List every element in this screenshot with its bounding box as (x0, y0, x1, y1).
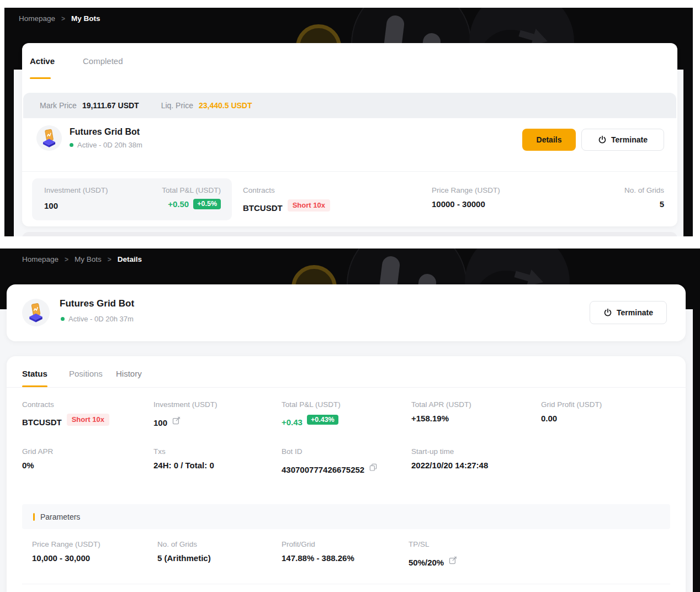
active-tab-underline (22, 385, 47, 387)
terminate-button[interactable]: Terminate (581, 129, 664, 151)
stat-contracts: Contracts BTCUSDT Short 10x (22, 400, 109, 427)
contracts-label: Contracts (243, 186, 330, 194)
price-bar: Mark Price 19,111.67 USDT Liq. Price 23,… (23, 93, 676, 118)
edit-tpsl-icon[interactable] (448, 556, 458, 565)
param-grids: No. of Grids 5 (Arithmetic) (157, 540, 211, 563)
page: Homepage > My Bots Active Completed Mark… (0, 0, 700, 592)
bot-avatar (36, 125, 62, 151)
mark-price-value: 19,111.67 USDT (82, 101, 139, 110)
investment-label: Investment (USDT) (153, 400, 218, 409)
my-bots-card: Active Completed Mark Price 19,111.67 US… (22, 43, 677, 226)
tab-status[interactable]: Status (22, 369, 47, 378)
total-pnl-percent-badge: +0.43% (307, 415, 338, 425)
bot-status-text: Active - 0D 20h 37m (68, 315, 134, 323)
short-leverage-tag: Short 10x (67, 414, 109, 426)
breadcrumb-details: Details (118, 255, 142, 263)
breadcrumb-homepage[interactable]: Homepage (19, 14, 55, 23)
tab-active[interactable]: Active (30, 56, 55, 66)
tab-completed[interactable]: Completed (83, 56, 123, 66)
terminate-button[interactable]: Terminate (590, 301, 667, 324)
grid-apr-value: 0% (22, 461, 53, 470)
total-pnl-value: +0.50 (168, 199, 189, 209)
edit-investment-icon[interactable] (172, 416, 181, 425)
price-range-label: Price Range (USDT) (432, 186, 500, 194)
stat-txs: Txs 24H: 0 / Total: 0 (153, 447, 214, 470)
investment-pnl-box: Investment (USDT) 100 Total P&L (USDT) +… (32, 178, 232, 220)
total-pnl-label: Total P&L (USDT) (162, 186, 221, 194)
tpsl-label: TP/SL (409, 540, 458, 548)
stat-total-pnl: Total P&L (USDT) +0.43 +0.43% (282, 400, 341, 427)
breadcrumb-my-bots: My Bots (71, 14, 100, 23)
tab-history[interactable]: History (116, 369, 142, 378)
terminate-label: Terminate (611, 135, 648, 144)
grids-label: No. of Grids (157, 540, 211, 548)
status-dot-icon (61, 317, 65, 321)
total-pnl: +0.50 +0.5% (168, 199, 221, 209)
stat-total-apr: Total APR (USDT) +158.19% (411, 400, 471, 423)
power-icon (603, 308, 612, 317)
bot-status: Active - 0D 20h 38m (70, 141, 142, 149)
bot-stats-row: Investment (USDT) 100 Total P&L (USDT) +… (22, 171, 677, 226)
parameters-bottom-border (22, 584, 670, 584)
active-tab-underline (30, 77, 51, 79)
chevron-right-icon: > (61, 15, 65, 23)
param-tpsl: TP/SL 50%/20% (409, 540, 458, 567)
bot-details-screen: Homepage > My Bots > Details (0, 246, 700, 592)
bot-name: Futures Grid Bot (70, 127, 140, 137)
bot-status: Active - 0D 20h 37m (61, 315, 134, 323)
investment-label: Investment (USDT) (44, 186, 108, 194)
price-range-value: 10000 - 30000 (432, 199, 500, 209)
grid-bot-icon (25, 302, 47, 324)
stat-price-range: Price Range (USDT) 10000 - 30000 (432, 186, 500, 209)
mark-price-label: Mark Price (40, 101, 77, 110)
bot-avatar (22, 299, 50, 326)
page-right-edge (693, 249, 700, 592)
txs-value: 24H: 0 / Total: 0 (153, 461, 214, 470)
investment-value: 100 (44, 201, 58, 210)
stat-grids: No. of Grids 5 (624, 186, 664, 209)
total-pnl-percent-badge: +0.5% (193, 199, 221, 209)
breadcrumb: Homepage > My Bots (19, 14, 100, 23)
bot-id-label: Bot ID (282, 447, 378, 456)
liq-price-label: Liq. Price (161, 101, 193, 110)
breadcrumb-homepage[interactable]: Homepage (22, 255, 59, 263)
bot-name: Futures Grid Bot (60, 298, 134, 309)
param-profit-grid: Profit/Grid 147.88% - 388.26% (282, 540, 354, 563)
grid-apr-label: Grid APR (22, 447, 53, 456)
copy-bot-id-icon[interactable] (369, 463, 378, 472)
total-pnl-label: Total P&L (USDT) (282, 400, 341, 409)
price-range-label: Price Range (USDT) (32, 540, 100, 548)
stat-contracts: Contracts BTCUSDT Short 10x (243, 186, 330, 213)
total-apr-label: Total APR (USDT) (411, 400, 471, 409)
param-price-range: Price Range (USDT) 10,000 - 30,000 (32, 540, 100, 563)
bot-header-card: Futures Grid Bot Active - 0D 20h 37m Ter… (7, 284, 686, 341)
price-range-value: 10,000 - 30,000 (32, 553, 100, 563)
tab-positions[interactable]: Positions (69, 369, 103, 378)
liq-price-value: 23,440.5 USDT (199, 101, 252, 110)
stat-grid-apr: Grid APR 0% (22, 447, 53, 470)
contracts-label: Contracts (22, 400, 109, 409)
chevron-right-icon: > (65, 256, 68, 263)
my-bots-screen: Homepage > My Bots Active Completed Mark… (0, 0, 700, 246)
stat-startup-time: Start-up time 2022/10/20 14:27:48 (411, 447, 488, 470)
my-bots-frame: Homepage > My Bots Active Completed Mark… (4, 8, 693, 236)
breadcrumb-my-bots[interactable]: My Bots (75, 255, 102, 263)
status-dot-icon (70, 143, 73, 147)
contracts-value: BTCUSDT (22, 417, 62, 427)
contracts-value: BTCUSDT (243, 203, 283, 213)
chevron-right-icon: > (108, 256, 112, 263)
details-button[interactable]: Details (522, 129, 576, 151)
tpsl-value: 50%/20% (409, 558, 444, 567)
breadcrumb: Homepage > My Bots > Details (22, 255, 142, 263)
next-bot-card-partial (22, 232, 677, 236)
total-pnl-value: +0.43 (282, 417, 303, 427)
bot-status-text: Active - 0D 20h 38m (77, 141, 142, 149)
banner-right-edge (683, 8, 693, 236)
stat-investment: Investment (USDT) 100 (153, 400, 218, 427)
power-icon (598, 135, 607, 144)
grid-bot-icon (39, 128, 60, 149)
stat-bot-id: Bot ID 430700777426675252 (282, 447, 378, 474)
startup-time-value: 2022/10/20 14:27:48 (411, 461, 488, 470)
short-leverage-tag: Short 10x (288, 199, 330, 212)
stat-grid-profit: Grid Profit (USDT) 0.00 (541, 400, 602, 423)
